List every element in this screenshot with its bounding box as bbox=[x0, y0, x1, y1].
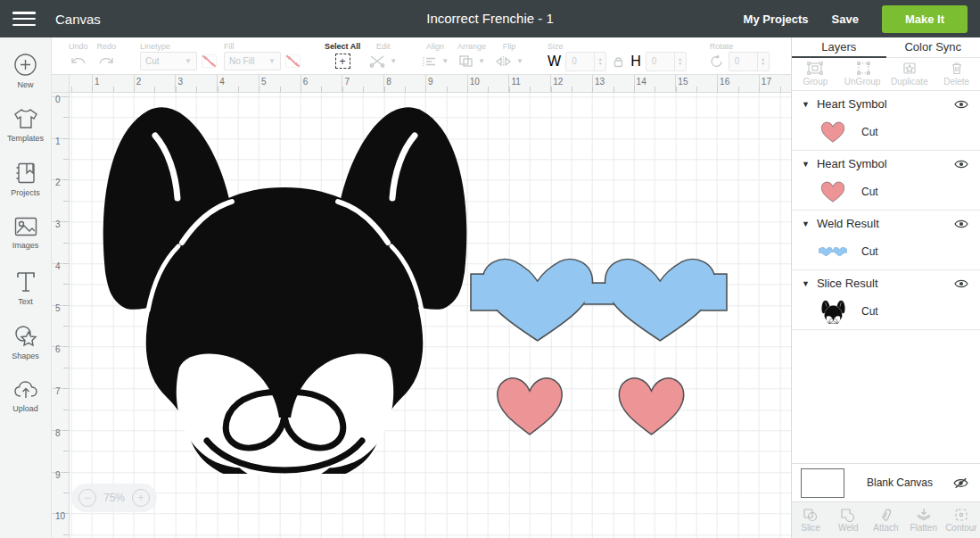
ungroup-button[interactable]: UnGroup bbox=[839, 58, 886, 90]
pink-heart-shape-left[interactable] bbox=[491, 373, 568, 439]
canvas-grid[interactable] bbox=[70, 93, 791, 538]
height-input[interactable]: 0▲▼ bbox=[646, 52, 687, 71]
my-projects-link[interactable]: My Projects bbox=[744, 12, 809, 26]
ungroup-icon bbox=[854, 62, 870, 75]
stepper-icon[interactable]: ▲▼ bbox=[674, 53, 686, 70]
layer-row[interactable]: ▼ Weld Result bbox=[792, 211, 980, 234]
heart-glasses-shape[interactable] bbox=[470, 254, 728, 343]
edit-button[interactable]: Edit ▼ bbox=[369, 41, 397, 71]
v-ruler-number: 2 bbox=[55, 178, 61, 187]
layer-operation: Cut bbox=[861, 126, 878, 138]
v-ruler-number: 5 bbox=[55, 303, 61, 313]
sidebar-item-label: New bbox=[17, 80, 33, 89]
redo-icon bbox=[97, 54, 115, 68]
sidebar-item-new[interactable]: New bbox=[0, 46, 51, 101]
layer-sublayer-row[interactable]: Cut bbox=[792, 174, 980, 210]
save-link[interactable]: Save bbox=[832, 12, 859, 26]
undo-button[interactable]: Undo bbox=[69, 41, 88, 71]
weld-icon bbox=[840, 508, 856, 522]
layer-name: Heart Symbol bbox=[817, 97, 887, 111]
sidebar-item-upload[interactable]: Upload bbox=[0, 373, 51, 427]
tab-layers[interactable]: Layers bbox=[792, 37, 886, 57]
layer-sublayer-row[interactable]: Cut bbox=[792, 114, 980, 150]
visibility-eye-icon[interactable] bbox=[954, 219, 968, 229]
sidebar-item-label: Text bbox=[18, 297, 33, 306]
size-group: Size W 0▲▼ H 0▲▼ bbox=[548, 41, 687, 71]
rotate-icon bbox=[710, 54, 724, 68]
stepper-icon[interactable]: ▲▼ bbox=[757, 53, 769, 70]
duplicate-button[interactable]: Duplicate bbox=[886, 58, 934, 90]
delete-button[interactable]: Delete bbox=[933, 58, 980, 90]
rotate-input[interactable]: 0▲▼ bbox=[729, 52, 770, 71]
layer-row[interactable]: ▼ Heart Symbol bbox=[792, 151, 980, 174]
chevron-down-icon: ▼ bbox=[185, 57, 192, 65]
make-it-button[interactable]: Make It bbox=[882, 5, 968, 33]
h-ruler-number: 10 bbox=[470, 77, 480, 87]
layer-group: ▼ Weld Result Cut bbox=[792, 211, 980, 270]
canvas-label: Canvas bbox=[55, 12, 101, 27]
stepper-icon[interactable]: ▲▼ bbox=[594, 53, 605, 70]
fill-color-swatch[interactable] bbox=[285, 54, 301, 68]
visibility-eye-icon[interactable] bbox=[954, 159, 968, 170]
redo-button[interactable]: Redo bbox=[97, 41, 117, 71]
visibility-eye-icon[interactable] bbox=[954, 99, 968, 110]
attach-paperclip-icon bbox=[880, 508, 893, 522]
flip-button[interactable]: Flip ▼ bbox=[495, 41, 523, 71]
vertical-ruler: 012345678910 bbox=[52, 93, 70, 538]
height-value: 0 bbox=[652, 56, 657, 66]
redo-label: Redo bbox=[97, 41, 117, 52]
width-input[interactable]: 0▲▼ bbox=[565, 52, 606, 71]
h-ruler-number: 1 bbox=[95, 77, 100, 87]
visibility-eye-off-icon[interactable] bbox=[953, 477, 968, 489]
align-button[interactable]: Align ▼ bbox=[422, 41, 449, 71]
sidebar-item-text[interactable]: Text bbox=[0, 264, 51, 319]
menu-hamburger-icon[interactable] bbox=[12, 12, 36, 26]
slice-button[interactable]: Slice bbox=[792, 502, 829, 538]
chevron-down-icon: ▼ bbox=[478, 57, 485, 65]
caret-down-icon[interactable]: ▼ bbox=[802, 219, 810, 228]
frenchie-head-shape[interactable] bbox=[96, 98, 474, 474]
sidebar-item-shapes[interactable]: Shapes bbox=[0, 319, 51, 373]
tab-color-sync[interactable]: Color Sync bbox=[886, 37, 980, 57]
rotate-group: Rotate 0▲▼ bbox=[710, 41, 770, 71]
h-ruler-number: 8 bbox=[386, 77, 391, 87]
h-ruler-number: 5 bbox=[261, 77, 267, 87]
h-ruler-number: 9 bbox=[428, 77, 433, 87]
contour-button[interactable]: Contour bbox=[943, 502, 980, 538]
linetype-group: Linetype Cut▼ bbox=[140, 41, 217, 71]
sidebar-item-templates[interactable]: Templates bbox=[0, 101, 51, 155]
caret-down-icon[interactable]: ▼ bbox=[802, 160, 810, 169]
caret-down-icon[interactable]: ▼ bbox=[802, 100, 810, 109]
layer-row[interactable]: ▼ Heart Symbol bbox=[792, 91, 980, 114]
align-label: Align bbox=[426, 41, 444, 52]
visibility-eye-icon[interactable] bbox=[954, 278, 968, 289]
flatten-button[interactable]: Flatten bbox=[905, 502, 943, 538]
pink-heart-shape-right[interactable] bbox=[612, 373, 691, 439]
group-button[interactable]: Group bbox=[792, 58, 839, 90]
frenchie-head-thumbnail bbox=[818, 299, 848, 324]
slice-icon bbox=[803, 508, 819, 522]
linetype-dropdown[interactable]: Cut▼ bbox=[140, 52, 197, 70]
lock-icon[interactable] bbox=[613, 55, 624, 68]
fill-label: Fill bbox=[224, 41, 301, 52]
zoom-in-button[interactable]: + bbox=[132, 489, 150, 507]
linetype-value: Cut bbox=[145, 56, 160, 66]
fill-dropdown[interactable]: No Fill▼ bbox=[224, 52, 281, 70]
weld-button[interactable]: Weld bbox=[829, 502, 867, 538]
layer-row[interactable]: ▼ Slice Result bbox=[792, 270, 980, 294]
layer-sublayer-row[interactable]: Cut bbox=[792, 234, 980, 269]
topbar-right: My Projects Save Make It bbox=[744, 5, 968, 33]
linetype-color-swatch[interactable] bbox=[202, 54, 217, 68]
select-all-button[interactable]: Select All + bbox=[325, 41, 360, 71]
layer-sublayer-row[interactable]: Cut bbox=[792, 294, 980, 329]
zoom-out-button[interactable]: − bbox=[78, 489, 96, 507]
size-label: Size bbox=[548, 41, 687, 52]
zoom-level: 75% bbox=[103, 492, 125, 504]
attach-button[interactable]: Attach bbox=[867, 502, 904, 538]
caret-down-icon[interactable]: ▼ bbox=[802, 279, 810, 288]
blank-canvas-row[interactable]: Blank Canvas bbox=[792, 463, 980, 501]
h-ruler-number: 15 bbox=[678, 77, 688, 87]
sidebar-item-images[interactable]: Images bbox=[0, 210, 51, 264]
sidebar-item-projects[interactable]: Projects bbox=[0, 155, 51, 210]
arrange-button[interactable]: Arrange ▼ bbox=[457, 41, 486, 71]
